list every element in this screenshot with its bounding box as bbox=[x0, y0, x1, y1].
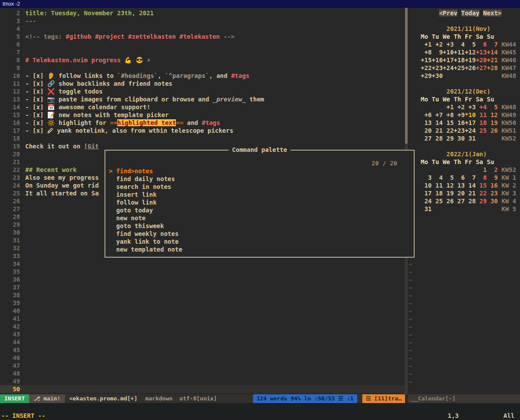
editor-line[interactable]: 36 bbox=[0, 276, 405, 283]
calendar-row[interactable]: 1 2 KW52 bbox=[421, 166, 516, 174]
line-number: 17 bbox=[0, 127, 20, 134]
editor-line[interactable]: 38 bbox=[0, 291, 405, 299]
editor-line[interactable]: 45 bbox=[0, 346, 405, 354]
calendar-row[interactable]: 10 11 12 13 14 15 16 KW 2 bbox=[421, 181, 516, 189]
terminal-screen: tmux -2 2title: Tuesday, November 23th, … bbox=[0, 0, 520, 420]
calendar-row[interactable]: 2021/12(Dec) bbox=[421, 87, 516, 95]
editor-line[interactable]: 14- [x] 📅 awesome calendar support! bbox=[0, 103, 405, 111]
editor-line[interactable]: 8# Telekasten.nvim progress 💪 😎 ⚡ bbox=[0, 56, 405, 64]
palette-item[interactable]: follow link bbox=[105, 198, 414, 206]
empty-line-tilde: ~ bbox=[409, 276, 412, 284]
editor-line[interactable]: 15- [x] 📝 new notes with template picker bbox=[0, 111, 405, 119]
calendar-row[interactable]: +15+16+17+18+19+20+21 KW46 bbox=[421, 56, 516, 64]
editor-line[interactable]: 46 bbox=[0, 354, 405, 362]
editor-line[interactable]: 18 bbox=[0, 134, 405, 142]
editor-line[interactable]: 19Check it out on [Git bbox=[0, 142, 405, 150]
calendar-month-title: 2021/11(Nov) bbox=[421, 25, 490, 32]
calendar-row[interactable]: 24 25 26 27 28 29 30 KW 4 bbox=[421, 197, 516, 205]
calendar-row[interactable] bbox=[421, 17, 516, 25]
text-segment: ## Recent work bbox=[25, 166, 77, 173]
editor-line[interactable]: 17- [x] 🖊 yank notelink, also from wthin… bbox=[0, 127, 405, 134]
editor-line[interactable]: 35 bbox=[0, 268, 405, 276]
calendar-nav-button[interactable]: <Prev bbox=[439, 10, 457, 17]
editor-line[interactable]: 11- [x] 🔗 show backlinks and friend note… bbox=[0, 80, 405, 87]
calendar-row[interactable]: 17 18 19 20 21 22 23 KW 3 bbox=[421, 189, 516, 197]
editor-line[interactable]: 39 bbox=[0, 299, 405, 307]
editor-line[interactable]: 47 bbox=[0, 362, 405, 370]
palette-item-selected[interactable]: > find notes bbox=[105, 167, 414, 175]
calendar-row[interactable]: +6 +7 +8 +9*10 11 12 KW49 bbox=[421, 111, 516, 119]
editor-line[interactable]: 5<!-- tags: #github #project #zettelkast… bbox=[0, 33, 405, 40]
calendar-week-number: KW 4 bbox=[501, 198, 516, 205]
text-segment: highlighted text bbox=[117, 119, 176, 126]
calendar-pane[interactable]: <Prev Today Next> 2021/11(Nov)Mo Tu We T… bbox=[421, 8, 516, 213]
calendar-row[interactable]: +1 +2 +3 4 5 6 7 KW44 bbox=[421, 40, 516, 48]
editor-line[interactable]: 43 bbox=[0, 330, 405, 338]
palette-item[interactable]: yank link to note bbox=[105, 238, 414, 245]
calendar-row[interactable]: +22+23+24+25+26+27+28 KW47 bbox=[421, 64, 516, 72]
text-segment: _preview_ bbox=[213, 96, 246, 103]
palette-item[interactable]: new note bbox=[105, 214, 414, 222]
editor-line[interactable]: 34 bbox=[0, 260, 405, 268]
calendar-row[interactable]: +29+30 KW48 bbox=[421, 72, 516, 80]
calendar-row[interactable]: Mo Tu We Th Fr Sa Su bbox=[421, 33, 516, 40]
command-line[interactable]: :lua require('telekasten').panel() bbox=[0, 403, 520, 411]
git-branch-indicator: ⎇ main! bbox=[29, 394, 65, 403]
calendar-row[interactable]: 13 14 15 16+17 18 19 KW50 bbox=[421, 119, 516, 127]
calendar-row[interactable]: <Prev Today Next> bbox=[421, 9, 516, 17]
editor-line[interactable]: 41 bbox=[0, 315, 405, 323]
calendar-week-number: KW52 bbox=[501, 166, 516, 173]
palette-item[interactable]: find daily notes bbox=[105, 175, 414, 183]
text-segment: - [x] bbox=[25, 80, 47, 87]
editor-line[interactable]: 37 bbox=[0, 283, 405, 291]
editor-line[interactable]: 42 bbox=[0, 323, 405, 330]
palette-item[interactable]: new templated note bbox=[105, 245, 414, 253]
scrollbar-thumb[interactable] bbox=[405, 8, 408, 144]
editor-line[interactable]: 10- [x] 👂 follow links to `#headings`, `… bbox=[0, 72, 405, 80]
statusline: INSERT ⎇ main! <ekasten.promo.md[+] mark… bbox=[0, 394, 405, 403]
calendar-row[interactable]: Mo Tu We Th Fr Sa Su bbox=[421, 95, 516, 103]
calendar-row[interactable]: 31 KW 5 bbox=[421, 205, 516, 213]
editor-line[interactable]: 7 bbox=[0, 48, 405, 56]
palette-item[interactable]: goto thisweek bbox=[105, 222, 414, 230]
editor-line[interactable]: 6 bbox=[0, 40, 405, 48]
palette-item[interactable]: goto today bbox=[105, 206, 414, 214]
palette-item[interactable]: insert link bbox=[105, 191, 414, 198]
calendar-week-number: KW48 bbox=[501, 104, 516, 111]
editor-line[interactable]: 48 bbox=[0, 370, 405, 377]
calendar-row[interactable]: 2021/11(Nov) bbox=[421, 25, 516, 33]
emoji-icon: 📅 bbox=[47, 104, 59, 111]
editor-line[interactable]: 12- [x] ❌ toggle todos bbox=[0, 87, 405, 95]
editor-line[interactable]: 49 bbox=[0, 377, 405, 385]
text-segment: == bbox=[176, 119, 183, 126]
calendar-row[interactable]: 3 4 5 6 7 8 9 KW 1 bbox=[421, 174, 516, 181]
text-segment: - [x] bbox=[25, 119, 47, 126]
editor-line[interactable]: 44 bbox=[0, 338, 405, 346]
calendar-row[interactable]: +1 +2 +3 +4 5 KW48 bbox=[421, 103, 516, 111]
editor-line[interactable]: 3--- bbox=[0, 17, 405, 25]
editor-line[interactable]: 9 bbox=[0, 64, 405, 72]
editor-line[interactable]: 16- [x] 🔆 highlight for ==highlighted te… bbox=[0, 119, 405, 127]
calendar-row[interactable]: +8 9+10+11+12+13+14 KW45 bbox=[421, 48, 516, 56]
calendar-row[interactable] bbox=[421, 142, 516, 150]
calendar-cell: 5 bbox=[487, 104, 498, 111]
palette-item[interactable]: find weekly notes bbox=[105, 230, 414, 238]
calendar-nav-button[interactable]: Today bbox=[461, 10, 479, 17]
calendar-row[interactable]: 20 21 22+23+24 25 26 KW51 bbox=[421, 127, 516, 134]
calendar-row[interactable]: 27 28 29 30 31 KW52 bbox=[421, 134, 516, 142]
text-segment: Also see my progress bbox=[25, 174, 99, 181]
calendar-cell: +28 bbox=[487, 64, 498, 71]
editor-cursor-line[interactable]: 50 bbox=[0, 385, 405, 393]
editor-line[interactable]: 4 bbox=[0, 25, 405, 33]
editor-line[interactable]: 2title: Tuesday, November 23th, 2021 bbox=[0, 9, 405, 17]
calendar-month-title: 2021/12(Dec) bbox=[421, 88, 490, 95]
calendar-cell: +21 bbox=[487, 57, 498, 64]
calendar-row[interactable] bbox=[421, 80, 516, 87]
calendar-nav-button[interactable]: Next> bbox=[483, 10, 501, 17]
command-palette-popup[interactable]: Command palette 20 / 20 > > find notes f… bbox=[105, 150, 415, 258]
editor-line[interactable]: 40 bbox=[0, 307, 405, 315]
editor-line[interactable]: 13- [x] 📷 paste images from clipboard or… bbox=[0, 95, 405, 103]
calendar-row[interactable]: 2022/1(Jan) bbox=[421, 150, 516, 158]
palette-item[interactable]: search in notes bbox=[105, 183, 414, 191]
calendar-row[interactable]: Mo Tu We Th Fr Sa Su bbox=[421, 158, 516, 166]
